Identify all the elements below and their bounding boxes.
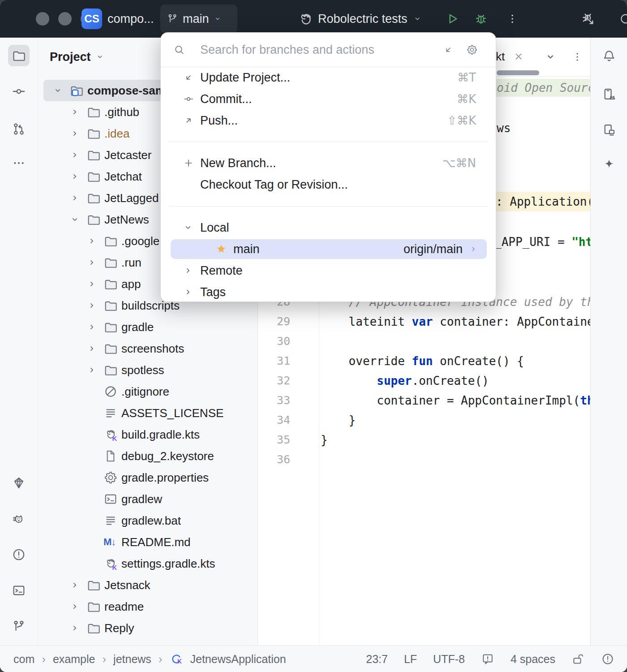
tree-item-README.md[interactable]: M↓README.md — [38, 531, 258, 553]
search-everywhere-icon[interactable] — [614, 12, 627, 26]
breadcrumb-item[interactable]: JetnewsApplication — [190, 653, 286, 666]
lock-open-icon[interactable] — [571, 652, 585, 666]
tree-item-settings.gradle.kts[interactable]: Ksettings.gradle.kts — [38, 553, 258, 574]
run-configuration-widget[interactable]: Robolectric tests — [297, 4, 422, 33]
chevron-down-icon[interactable] — [53, 86, 63, 95]
tree-item-gradle.properties[interactable]: gradle.properties — [38, 467, 258, 488]
chevron-right-icon — [183, 287, 193, 297]
fetch-icon[interactable] — [443, 44, 454, 55]
project-view-selector[interactable]: Project — [50, 46, 104, 68]
chevron-right-icon[interactable] — [70, 580, 80, 590]
code-line-32[interactable]: 32 super.onCreate() — [258, 371, 590, 391]
run-config-icon — [297, 11, 314, 27]
vcs-branch-widget[interactable]: main — [160, 4, 237, 33]
tool-strip-button-diamond[interactable] — [8, 472, 30, 494]
tool-strip-button-commit[interactable] — [8, 81, 30, 102]
code-line-29[interactable]: 29 lateinit var container: AppContainer — [258, 312, 590, 332]
close-icon[interactable] — [513, 51, 524, 62]
tool-strip-button-terminal[interactable] — [8, 580, 30, 601]
close-window-button[interactable] — [36, 12, 49, 26]
code-line-31[interactable]: 31 override fun onCreate() { — [258, 351, 590, 371]
tree-item-gradlew.bat[interactable]: gradlew.bat — [38, 510, 258, 531]
breadcrumb-item[interactable]: example — [53, 653, 95, 666]
right-tool-strip — [590, 38, 627, 645]
error-indicator-icon[interactable] — [601, 652, 614, 666]
tree-item-Jetsnack[interactable]: Jetsnack — [38, 574, 258, 596]
breadcrumb-item[interactable]: jetnews — [113, 653, 151, 666]
code-line-34[interactable]: 34 } — [258, 410, 590, 430]
tool-strip-button-sparkle[interactable] — [598, 154, 620, 176]
chevron-right-icon[interactable] — [87, 236, 97, 246]
tool-strip-button-problem-circle[interactable] — [8, 544, 30, 565]
menu-item-checkout-tag-or-revision[interactable]: Checkout Tag or Revision... — [161, 174, 496, 195]
line-number: 36 — [258, 450, 290, 470]
chevron-right-icon[interactable] — [70, 172, 80, 181]
tool-strip-button-device-android[interactable] — [598, 83, 620, 105]
branch-row-main[interactable]: main origin/main — [161, 238, 496, 260]
caret-position[interactable]: 23:7 — [366, 653, 388, 666]
tool-strip-button-pull-request[interactable] — [8, 118, 30, 140]
file-encoding[interactable]: UTF-8 — [433, 653, 465, 666]
gear-icon[interactable] — [466, 44, 478, 56]
chevron-right-icon[interactable] — [87, 279, 97, 289]
chevron-right-icon[interactable] — [70, 623, 80, 633]
code-line-36[interactable]: 36 — [258, 450, 590, 470]
chevron-down-icon[interactable] — [70, 215, 80, 224]
debug-button[interactable] — [474, 12, 488, 26]
breadcrumb-item[interactable]: com — [13, 653, 34, 666]
tool-strip-button-bell[interactable] — [598, 45, 620, 67]
indent-style[interactable]: 4 spaces — [511, 653, 555, 666]
branch-group-local[interactable]: Local — [161, 217, 496, 238]
menu-item-new-branch[interactable]: New Branch...⌥⌘N — [161, 152, 496, 174]
chevron-right-icon[interactable] — [87, 258, 97, 267]
attach-debugger-icon[interactable] — [580, 11, 597, 27]
editor-options-icon[interactable] — [571, 51, 583, 63]
code-line-30[interactable]: 30 — [258, 332, 590, 351]
tool-strip-button-git-branch[interactable] — [8, 616, 30, 637]
tree-item-gradle[interactable]: gradle — [38, 316, 258, 338]
project-widget[interactable]: CS compo... — [82, 4, 167, 33]
editor-tab-label[interactable]: kt — [496, 38, 505, 75]
chevron-right-icon[interactable] — [70, 150, 80, 160]
minimize-window-button[interactable] — [58, 12, 72, 26]
notifications-balloon-icon[interactable] — [481, 652, 494, 666]
chevron-right-icon[interactable] — [70, 129, 80, 138]
chevron-right-icon[interactable] — [70, 193, 80, 203]
arrow-down-left-icon — [183, 72, 194, 83]
chevron-right-icon[interactable] — [87, 322, 97, 332]
text-file-icon — [103, 406, 118, 420]
tree-item-ASSETS_LICENSE[interactable]: ASSETS_LICENSE — [38, 402, 258, 424]
tool-strip-button-speed-cat[interactable] — [8, 509, 30, 530]
more-actions-icon[interactable] — [506, 13, 519, 25]
tool-strip-button-layout-inspector[interactable] — [598, 119, 620, 141]
chevron-right-icon[interactable] — [87, 344, 97, 353]
menu-item-commit[interactable]: Commit...⌘K — [161, 88, 496, 110]
scrollbar-thumb[interactable] — [497, 70, 539, 75]
tree-item-.gitignore[interactable]: .gitignore — [38, 381, 258, 402]
menu-item-update-project[interactable]: Update Project...⌘T — [161, 67, 496, 88]
line-separator[interactable]: LF — [404, 653, 417, 666]
code-line-33[interactable]: 33 container = AppContainerImpl(this) — [258, 391, 590, 410]
chevron-right-icon[interactable] — [70, 107, 80, 117]
search-input[interactable]: Search for branches and actions — [200, 33, 374, 67]
chevron-right-icon[interactable] — [70, 602, 80, 612]
hide-tabs-icon[interactable] — [545, 51, 556, 63]
chevron-right-icon[interactable] — [87, 365, 97, 375]
chevron-right-icon[interactable] — [87, 301, 97, 310]
tree-item-gradlew[interactable]: gradlew — [38, 488, 258, 510]
code-text: container = AppContainerImpl(this) — [321, 391, 590, 410]
tree-item-build.gradle.kts[interactable]: Kbuild.gradle.kts — [38, 424, 258, 445]
tree-item-screenshots[interactable]: screenshots — [38, 338, 258, 359]
branch-group-remote[interactable]: Remote — [161, 260, 496, 281]
code-line-35[interactable]: 35} — [258, 430, 590, 450]
tree-item-spotless[interactable]: spotless — [38, 359, 258, 381]
run-button[interactable] — [445, 12, 460, 26]
tree-item-debug_2.keystore[interactable]: debug_2.keystore — [38, 445, 258, 467]
tool-strip-button-more-dots[interactable] — [8, 152, 30, 174]
menu-item-push[interactable]: Push...⇧⌘K — [161, 110, 496, 131]
tool-strip-button-folder[interactable] — [8, 45, 30, 66]
tree-item-Reply[interactable]: Reply — [38, 617, 258, 639]
branch-group-tags[interactable]: Tags — [161, 281, 496, 303]
project-panel-title: Project — [50, 50, 91, 64]
tree-item-readme[interactable]: readme — [38, 596, 258, 617]
